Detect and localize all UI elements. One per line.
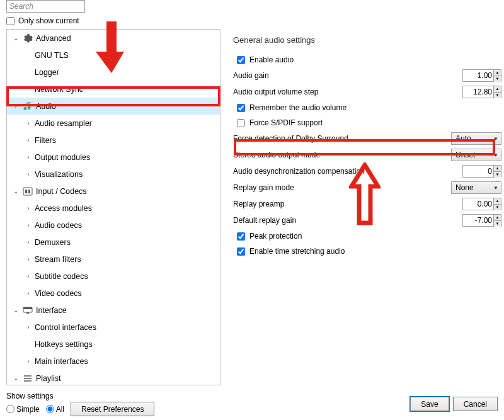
stereo-mode-dropdown[interactable]: Unset ▼ xyxy=(451,149,501,161)
gear-icon xyxy=(22,33,33,43)
peak-protection-label: Peak protection xyxy=(249,232,302,241)
radio-simple[interactable]: Simple xyxy=(6,405,40,414)
default-replay-input[interactable]: -7.00 ▲▼ xyxy=(462,214,501,227)
tree-audio[interactable]: › Audio xyxy=(7,98,220,115)
playlist-icon xyxy=(22,373,33,383)
replay-preamp-label: Replay preamp xyxy=(233,200,462,208)
time-stretch-checkbox[interactable] xyxy=(237,247,245,256)
cancel-button[interactable]: Cancel xyxy=(453,397,498,411)
tree-hotkeys-settings[interactable]: Hotkeys settings xyxy=(7,336,220,353)
chevron-right-icon: › xyxy=(25,273,32,280)
tree-label: Video codecs xyxy=(35,289,82,298)
chevron-down-icon: ▼ xyxy=(493,152,498,158)
chevron-right-icon: › xyxy=(25,137,32,144)
desync-input[interactable]: 0 ▲▼ xyxy=(462,165,501,178)
peak-protection-checkbox[interactable] xyxy=(237,232,245,241)
tree-input-codecs[interactable]: ⌄ Input / Codecs xyxy=(7,183,220,200)
radio-all[interactable]: All xyxy=(46,405,64,414)
only-show-current-label: Only show current xyxy=(18,16,79,25)
tree-interface[interactable]: ⌄ Interface xyxy=(7,302,220,319)
spinner-down-icon[interactable]: ▼ xyxy=(494,172,501,178)
tree-stream-filters[interactable]: › Stream filters xyxy=(7,251,220,268)
chevron-right-icon: › xyxy=(12,103,20,110)
search-input[interactable]: Search xyxy=(6,0,85,13)
footer: Show settings Simple All Reset Preferenc… xyxy=(0,388,504,420)
interface-icon xyxy=(22,305,33,315)
stereo-mode-label: Stereo audio output mode xyxy=(233,150,451,159)
spinner-down-icon[interactable]: ▼ xyxy=(494,221,501,227)
tree-label: GNU TLS xyxy=(35,51,69,60)
tree-label: Playlist xyxy=(36,374,61,383)
tree-network-sync[interactable]: Network Sync xyxy=(7,81,220,98)
chevron-down-icon: ⌄ xyxy=(12,188,20,195)
chevron-right-icon: › xyxy=(25,239,32,246)
only-show-current-checkbox[interactable] xyxy=(6,17,14,25)
tree-label: Hotkeys settings xyxy=(35,340,93,349)
tree-label: Logger xyxy=(35,68,59,77)
svg-rect-4 xyxy=(23,307,32,309)
chevron-right-icon: › xyxy=(25,358,32,365)
settings-tree-scroll[interactable]: ⌄ Advanced GNU TLS Logger xyxy=(7,30,220,385)
tree-audio-resampler[interactable]: › Audio resampler xyxy=(7,115,220,132)
remember-volume-checkbox[interactable] xyxy=(237,104,245,112)
chevron-right-icon: › xyxy=(25,171,32,178)
replay-preamp-input[interactable]: 0.00 ▲▼ xyxy=(462,198,501,210)
chevron-right-icon: › xyxy=(25,205,32,212)
tree-label: Stream filters xyxy=(35,255,81,264)
replay-mode-dropdown[interactable]: None ▼ xyxy=(451,181,501,194)
tree-video-codecs[interactable]: › Video codecs xyxy=(7,285,220,302)
tree-access-modules[interactable]: › Access modules xyxy=(7,200,220,217)
tree-audio-codecs[interactable]: › Audio codecs xyxy=(7,217,220,234)
svg-rect-0 xyxy=(23,188,32,195)
default-replay-label: Default replay gain xyxy=(233,216,462,225)
audio-gain-input[interactable]: 1.00 ▲▼ xyxy=(462,69,501,82)
spinner-down-icon[interactable]: ▼ xyxy=(494,93,501,98)
enable-audio-checkbox[interactable] xyxy=(237,56,245,64)
spinner-up-icon[interactable]: ▲ xyxy=(494,166,501,172)
volume-step-label: Audio output volume step xyxy=(233,88,462,96)
remember-volume-label: Remember the audio volume xyxy=(249,103,346,112)
tree-label: Control interfaces xyxy=(35,323,96,332)
reset-preferences-button[interactable]: Reset Preferences xyxy=(71,402,154,416)
tree-subtitle-codecs[interactable]: › Subtitle codecs xyxy=(7,268,220,285)
force-spdif-checkbox[interactable] xyxy=(237,119,245,127)
svg-rect-2 xyxy=(28,190,30,193)
tree-advanced[interactable]: ⌄ Advanced xyxy=(7,30,220,47)
chevron-right-icon: › xyxy=(25,154,32,161)
tree-filters[interactable]: › Filters xyxy=(7,132,220,149)
volume-step-input[interactable]: 12.80 ▲▼ xyxy=(462,86,501,98)
tree-label: Audio codecs xyxy=(35,221,82,230)
spinner-up-icon[interactable]: ▲ xyxy=(494,86,501,93)
chevron-right-icon: › xyxy=(25,290,32,297)
tree-label: Access modules xyxy=(35,204,92,213)
dolby-dropdown[interactable]: Auto ▼ xyxy=(451,132,501,145)
chevron-right-icon: › xyxy=(25,256,32,263)
tree-playlist[interactable]: ⌄ Playlist xyxy=(7,370,220,385)
tree-main-interfaces[interactable]: › Main interfaces xyxy=(7,353,220,370)
tree-gnu-tls[interactable]: GNU TLS xyxy=(7,47,220,64)
tree-logger[interactable]: Logger xyxy=(7,64,220,81)
enable-audio-label: Enable audio xyxy=(249,55,294,64)
time-stretch-label: Enable time stretching audio xyxy=(249,247,345,256)
tree-label: Advanced xyxy=(36,34,71,43)
tree-output-modules[interactable]: › Output modules xyxy=(7,149,220,166)
section-title: General audio settings xyxy=(233,35,501,45)
spinner-up-icon[interactable]: ▲ xyxy=(494,70,501,76)
tree-visualizations[interactable]: › Visualizations xyxy=(7,166,220,183)
music-note-icon xyxy=(22,101,33,111)
tree-label: Output modules xyxy=(35,153,90,162)
chevron-down-icon: ▼ xyxy=(493,136,498,142)
spinner-down-icon[interactable]: ▼ xyxy=(494,205,501,210)
tree-label: Filters xyxy=(35,136,56,145)
dolby-label: Force detection of Dolby Surround xyxy=(233,134,451,143)
tree-label: Input / Codecs xyxy=(36,187,87,196)
spinner-up-icon[interactable]: ▲ xyxy=(494,215,501,221)
tree-control-interfaces[interactable]: › Control interfaces xyxy=(7,319,220,336)
desync-label: Audio desynchronization compensation xyxy=(233,167,462,176)
tree-label: Subtitle codecs xyxy=(35,272,88,281)
settings-tree-panel: ⌄ Advanced GNU TLS Logger xyxy=(6,29,220,385)
save-button[interactable]: Save xyxy=(410,397,449,411)
tree-demuxers[interactable]: › Demuxers xyxy=(7,234,220,251)
spinner-down-icon[interactable]: ▼ xyxy=(494,76,501,82)
spinner-up-icon[interactable]: ▲ xyxy=(494,198,501,205)
